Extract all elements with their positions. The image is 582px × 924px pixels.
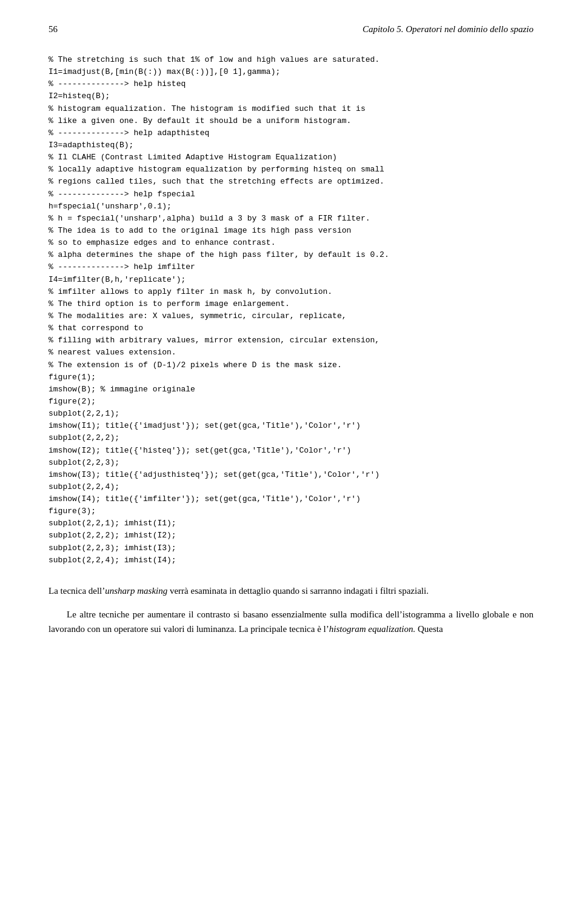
prose-paragraph-1: La tecnica dell’unsharp masking verrà es… [48, 583, 534, 599]
page-number: 56 [48, 24, 58, 35]
page: 56 Capitolo 5. Operatori nel dominio del… [0, 0, 582, 924]
italic-histogram-equalization: histogram equalization. [329, 624, 416, 634]
italic-unsharp-masking: unsharp masking [105, 586, 167, 596]
prose-section: La tecnica dell’unsharp masking verrà es… [48, 583, 534, 637]
prose-paragraph-2: Le altre tecniche per aumentare il contr… [48, 607, 534, 637]
code-block: % The stretching is such that 1% of low … [48, 54, 534, 567]
page-header: 56 Capitolo 5. Operatori nel dominio del… [48, 24, 534, 35]
chapter-title: Capitolo 5. Operatori nel dominio dello … [363, 24, 534, 35]
